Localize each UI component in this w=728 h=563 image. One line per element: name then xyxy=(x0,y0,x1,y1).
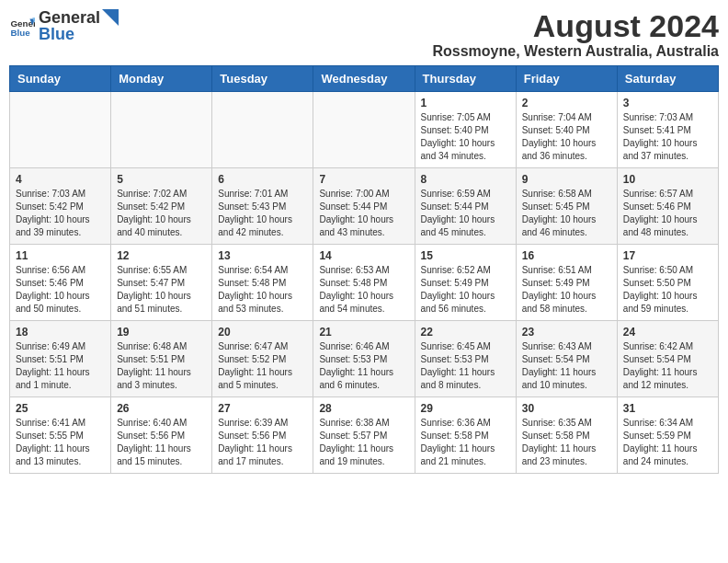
calendar-cell xyxy=(10,92,111,168)
day-number: 3 xyxy=(623,97,712,109)
calendar-header-row: SundayMondayTuesdayWednesdayThursdayFrid… xyxy=(10,66,719,92)
day-header-friday: Friday xyxy=(516,66,617,92)
day-info: Sunrise: 6:48 AMSunset: 5:51 PMDaylight:… xyxy=(117,340,206,392)
day-info: Sunrise: 6:54 AMSunset: 5:48 PMDaylight:… xyxy=(218,264,307,316)
calendar-cell: 13Sunrise: 6:54 AMSunset: 5:48 PMDayligh… xyxy=(212,245,313,321)
day-info: Sunrise: 6:49 AMSunset: 5:51 PMDaylight:… xyxy=(16,340,105,392)
day-number: 2 xyxy=(522,97,611,109)
day-info: Sunrise: 6:50 AMSunset: 5:50 PMDaylight:… xyxy=(623,264,712,316)
calendar-cell xyxy=(313,92,415,168)
day-number: 23 xyxy=(522,326,611,339)
day-number: 13 xyxy=(218,249,307,262)
day-number: 16 xyxy=(522,249,611,262)
calendar-week-row: 25Sunrise: 6:41 AMSunset: 5:55 PMDayligh… xyxy=(10,397,719,474)
day-header-thursday: Thursday xyxy=(415,66,516,92)
day-number: 27 xyxy=(218,402,307,415)
day-info: Sunrise: 6:38 AMSunset: 5:57 PMDaylight:… xyxy=(319,417,408,468)
day-number: 28 xyxy=(319,402,408,415)
day-number: 11 xyxy=(16,249,105,262)
day-info: Sunrise: 6:46 AMSunset: 5:53 PMDaylight:… xyxy=(319,340,408,392)
svg-text:Blue: Blue xyxy=(10,27,30,37)
day-info: Sunrise: 6:36 AMSunset: 5:58 PMDaylight:… xyxy=(421,417,510,468)
day-info: Sunrise: 6:42 AMSunset: 5:54 PMDaylight:… xyxy=(623,340,712,392)
calendar-subtitle: Rossmoyne, Western Australia, Australia xyxy=(432,43,719,60)
day-number: 12 xyxy=(117,249,206,262)
day-number: 22 xyxy=(421,326,510,339)
day-number: 8 xyxy=(421,173,510,186)
calendar-cell: 2Sunrise: 7:04 AMSunset: 5:40 PMDaylight… xyxy=(516,92,617,168)
calendar-cell: 21Sunrise: 6:46 AMSunset: 5:53 PMDayligh… xyxy=(313,321,415,397)
day-info: Sunrise: 6:55 AMSunset: 5:47 PMDaylight:… xyxy=(117,264,206,316)
calendar-cell: 10Sunrise: 6:57 AMSunset: 5:46 PMDayligh… xyxy=(617,168,718,245)
logo: General Blue General Blue xyxy=(9,9,119,43)
day-info: Sunrise: 6:53 AMSunset: 5:48 PMDaylight:… xyxy=(319,264,408,316)
day-info: Sunrise: 6:52 AMSunset: 5:49 PMDaylight:… xyxy=(421,264,510,316)
logo-triangle-icon xyxy=(102,9,119,26)
day-number: 20 xyxy=(218,326,307,339)
day-info: Sunrise: 6:40 AMSunset: 5:56 PMDaylight:… xyxy=(117,417,206,468)
day-number: 4 xyxy=(16,173,105,186)
day-info: Sunrise: 7:01 AMSunset: 5:43 PMDaylight:… xyxy=(218,188,307,239)
day-number: 14 xyxy=(319,249,408,262)
day-number: 29 xyxy=(421,402,510,415)
day-number: 7 xyxy=(319,173,408,186)
day-info: Sunrise: 6:34 AMSunset: 5:59 PMDaylight:… xyxy=(623,417,712,468)
calendar-week-row: 18Sunrise: 6:49 AMSunset: 5:51 PMDayligh… xyxy=(10,321,719,397)
calendar-cell: 27Sunrise: 6:39 AMSunset: 5:56 PMDayligh… xyxy=(212,397,313,474)
day-header-sunday: Sunday xyxy=(10,66,111,92)
day-number: 24 xyxy=(623,326,712,339)
day-number: 9 xyxy=(522,173,611,186)
day-number: 5 xyxy=(117,173,206,186)
day-number: 15 xyxy=(421,249,510,262)
calendar-cell: 24Sunrise: 6:42 AMSunset: 5:54 PMDayligh… xyxy=(617,321,718,397)
calendar-cell: 1Sunrise: 7:05 AMSunset: 5:40 PMDaylight… xyxy=(415,92,516,168)
calendar-cell: 18Sunrise: 6:49 AMSunset: 5:51 PMDayligh… xyxy=(10,321,111,397)
svg-marker-4 xyxy=(102,9,119,26)
calendar-cell: 19Sunrise: 6:48 AMSunset: 5:51 PMDayligh… xyxy=(111,321,212,397)
day-info: Sunrise: 6:41 AMSunset: 5:55 PMDaylight:… xyxy=(16,417,105,468)
calendar-cell: 14Sunrise: 6:53 AMSunset: 5:48 PMDayligh… xyxy=(313,245,415,321)
day-number: 31 xyxy=(623,402,712,415)
day-info: Sunrise: 6:57 AMSunset: 5:46 PMDaylight:… xyxy=(623,188,712,239)
title-block: August 2024 Rossmoyne, Western Australia… xyxy=(432,9,719,60)
calendar-cell: 17Sunrise: 6:50 AMSunset: 5:50 PMDayligh… xyxy=(617,245,718,321)
day-number: 19 xyxy=(117,326,206,339)
calendar-cell: 6Sunrise: 7:01 AMSunset: 5:43 PMDaylight… xyxy=(212,168,313,245)
day-info: Sunrise: 7:05 AMSunset: 5:40 PMDaylight:… xyxy=(421,111,510,163)
day-number: 6 xyxy=(218,173,307,186)
calendar-cell: 12Sunrise: 6:55 AMSunset: 5:47 PMDayligh… xyxy=(111,245,212,321)
day-number: 25 xyxy=(16,402,105,415)
calendar-cell: 11Sunrise: 6:56 AMSunset: 5:46 PMDayligh… xyxy=(10,245,111,321)
day-number: 21 xyxy=(319,326,408,339)
day-info: Sunrise: 6:58 AMSunset: 5:45 PMDaylight:… xyxy=(522,188,611,239)
calendar-table: SundayMondayTuesdayWednesdayThursdayFrid… xyxy=(9,65,719,474)
day-info: Sunrise: 7:00 AMSunset: 5:44 PMDaylight:… xyxy=(319,188,408,239)
day-number: 18 xyxy=(16,326,105,339)
calendar-cell: 4Sunrise: 7:03 AMSunset: 5:42 PMDaylight… xyxy=(10,168,111,245)
day-number: 30 xyxy=(522,402,611,415)
day-number: 26 xyxy=(117,402,206,415)
day-info: Sunrise: 6:59 AMSunset: 5:44 PMDaylight:… xyxy=(421,188,510,239)
calendar-cell xyxy=(111,92,212,168)
calendar-cell: 29Sunrise: 6:36 AMSunset: 5:58 PMDayligh… xyxy=(415,397,516,474)
logo-text-general: General xyxy=(39,9,100,26)
day-info: Sunrise: 7:04 AMSunset: 5:40 PMDaylight:… xyxy=(522,111,611,163)
day-header-saturday: Saturday xyxy=(617,66,718,92)
calendar-cell: 26Sunrise: 6:40 AMSunset: 5:56 PMDayligh… xyxy=(111,397,212,474)
day-info: Sunrise: 6:51 AMSunset: 5:49 PMDaylight:… xyxy=(522,264,611,316)
logo-text-blue: Blue xyxy=(39,25,74,43)
calendar-cell: 16Sunrise: 6:51 AMSunset: 5:49 PMDayligh… xyxy=(516,245,617,321)
day-info: Sunrise: 7:02 AMSunset: 5:42 PMDaylight:… xyxy=(117,188,206,239)
calendar-cell: 9Sunrise: 6:58 AMSunset: 5:45 PMDaylight… xyxy=(516,168,617,245)
calendar-cell: 25Sunrise: 6:41 AMSunset: 5:55 PMDayligh… xyxy=(10,397,111,474)
day-number: 10 xyxy=(623,173,712,186)
calendar-cell xyxy=(212,92,313,168)
day-info: Sunrise: 6:39 AMSunset: 5:56 PMDaylight:… xyxy=(218,417,307,468)
calendar-cell: 8Sunrise: 6:59 AMSunset: 5:44 PMDaylight… xyxy=(415,168,516,245)
day-info: Sunrise: 6:56 AMSunset: 5:46 PMDaylight:… xyxy=(16,264,105,316)
calendar-cell: 15Sunrise: 6:52 AMSunset: 5:49 PMDayligh… xyxy=(415,245,516,321)
logo-icon: General Blue xyxy=(9,14,35,40)
calendar-week-row: 11Sunrise: 6:56 AMSunset: 5:46 PMDayligh… xyxy=(10,245,719,321)
calendar-cell: 20Sunrise: 6:47 AMSunset: 5:52 PMDayligh… xyxy=(212,321,313,397)
day-header-tuesday: Tuesday xyxy=(212,66,313,92)
